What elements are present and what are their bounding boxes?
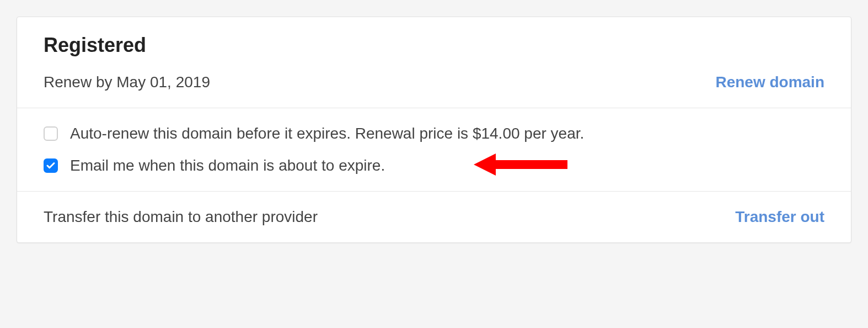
red-arrow-annotation <box>474 151 567 180</box>
header-section: Registered Renew by May 01, 2019 Renew d… <box>17 17 851 108</box>
auto-renew-label: Auto-renew this domain before it expires… <box>70 125 584 142</box>
renew-domain-link[interactable]: Renew domain <box>715 73 824 91</box>
renew-row: Renew by May 01, 2019 Renew domain <box>44 73 824 91</box>
renew-by-text: Renew by May 01, 2019 <box>44 73 210 91</box>
arrow-left-icon <box>474 151 567 178</box>
email-expire-label: Email me when this domain is about to ex… <box>70 157 385 174</box>
auto-renew-row: Auto-renew this domain before it expires… <box>44 125 824 142</box>
options-section: Auto-renew this domain before it expires… <box>17 108 851 192</box>
check-icon <box>46 161 56 171</box>
transfer-row: Transfer this domain to another provider… <box>44 208 824 226</box>
transfer-section: Transfer this domain to another provider… <box>17 192 851 242</box>
transfer-out-link[interactable]: Transfer out <box>735 208 824 226</box>
email-expire-row: Email me when this domain is about to ex… <box>44 157 824 174</box>
card-title: Registered <box>44 34 824 57</box>
email-expire-checkbox[interactable] <box>44 158 58 173</box>
auto-renew-checkbox[interactable] <box>44 126 58 141</box>
registered-card: Registered Renew by May 01, 2019 Renew d… <box>17 17 851 243</box>
transfer-text: Transfer this domain to another provider <box>44 208 318 226</box>
